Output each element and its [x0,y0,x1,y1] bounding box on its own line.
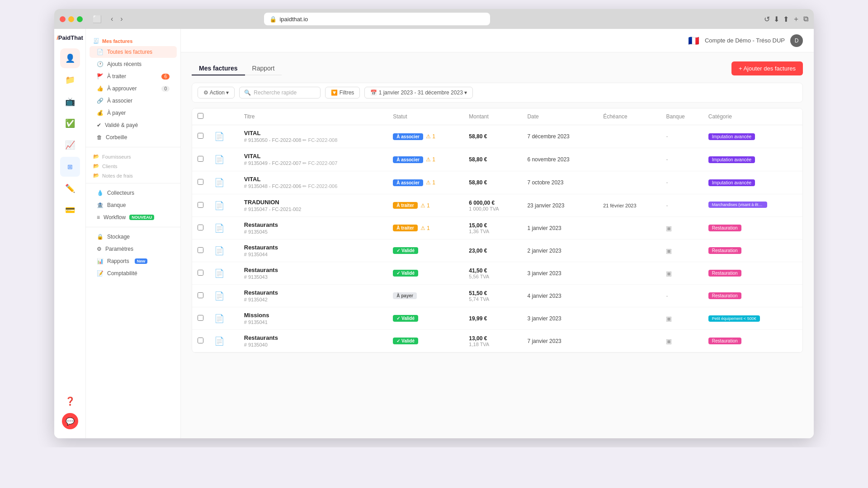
sidebar-item-accounting[interactable]: 📝 Comptabilité [90,267,177,279]
icon-sidebar: iPaidThat 👤 📁 📺 ✅ 📈 ⊞ ✏️ 💳 ❓ 💬 [54,29,86,438]
bank-reconciled-icon: ▣ [666,247,672,254]
address-bar[interactable]: 🔒 ipaidthat.io [264,13,490,25]
row-checkbox[interactable] [198,247,203,253]
sidebar-item-to-pay[interactable]: 💰 À payer [90,107,177,119]
document-icon: 📄 [214,337,224,346]
share-btn[interactable]: ⬆ [783,14,789,24]
sidebar-item-reports[interactable]: 📊 Rapports New [90,255,177,267]
invoice-echeance: 21 février 2023 [598,194,660,217]
document-icon: 📄 [214,291,224,300]
document-icon: 📄 [214,314,224,323]
sidebar-item-validated[interactable]: ✔ Validé & payé [90,119,177,131]
row-checkbox[interactable] [198,338,203,343]
filter-button[interactable]: 🔽 Filtres [325,87,360,99]
sidebar-icon-chart[interactable]: 📈 [60,135,80,155]
lock-icon: 🔒 [269,16,277,23]
sidebar-item-collectors[interactable]: 💧 Collecteurs [90,187,177,199]
invoice-date: 2 janvier 2023 [522,239,598,262]
status-cell: À traiter⚠ 1 [393,225,458,231]
download-btn[interactable]: ⬇ [774,14,779,24]
accounting-icon: 📝 [97,270,104,277]
row-checkbox[interactable] [198,156,203,162]
col-status: Statut [387,108,463,125]
table-row[interactable]: 📄Missions# 9135041✓ Validé19,99 €3 janvi… [192,307,802,330]
row-checkbox[interactable] [198,292,203,298]
invoice-date: 7 janvier 2023 [522,330,598,352]
sidebar-item-recent[interactable]: 🕐 Ajouts récents [90,58,177,70]
date-picker-button[interactable]: 📅 1 janvier 2023 - 31 décembre 2023 ▾ [364,87,473,99]
minimize-dot[interactable] [68,16,74,22]
sidebar-item-workflow[interactable]: ≡ Workflow NOUVEAU [90,211,177,223]
language-flag[interactable]: 🇫🇷 [688,35,699,46]
table-row[interactable]: 📄VITAL# 9135048 - FC-2022-006 ✏ FC-2022-… [192,171,802,194]
row-checkbox[interactable] [198,270,203,276]
table-row[interactable]: 📄Restaurants# 9135043✓ Validé41,50 €5,56… [192,262,802,285]
page-tabs: Mes factures Rapport [192,62,282,75]
status-badge: ✓ Validé [393,315,418,322]
row-checkbox[interactable] [198,225,203,230]
sidebar-icon-card[interactable]: 💳 [60,200,80,220]
action-button[interactable]: ⚙ Action ▾ [198,87,235,99]
invoice-bank: - [660,125,703,148]
duplicate-btn[interactable]: ⧉ [803,14,808,24]
maximize-dot[interactable] [77,16,83,22]
close-dot[interactable] [60,16,66,22]
select-all-checkbox[interactable] [198,113,203,119]
workflow-new-badge: NOUVEAU [129,215,154,220]
status-badge: À associer [393,156,423,163]
row-checkbox[interactable] [198,315,203,321]
sidebar-item-to-associate[interactable]: 🔗 À associer [90,95,177,107]
new-tab-btn[interactable]: ＋ [793,14,800,24]
invoice-bank: - [660,148,703,171]
sidebar-icon-user[interactable]: 👤 [60,48,80,68]
row-checkbox[interactable] [198,133,203,139]
add-invoice-button[interactable]: + Ajouter des factures [731,61,803,75]
table-row[interactable]: 📄TRADUNION# 9135047 - FC-2021-002À trait… [192,194,802,217]
nav-divider-3 [86,227,180,227]
invoice-bank: - [660,285,703,307]
nav-section-invoices: 🧾 Mes factures [86,34,180,46]
app-logo: iPaidThat [57,34,83,41]
forward-btn[interactable]: › [118,14,125,24]
alert-icon: ⚠ 1 [426,156,435,163]
sidebar-icon-folder[interactable]: 📁 [60,70,80,90]
sidebar-item-storage[interactable]: 🔒 Stockage [90,231,177,243]
nav-divider-1 [86,147,180,147]
sidebar-item-to-approve[interactable]: 👍 À approuver 0 [90,83,177,94]
document-icon: 📄 [214,132,224,141]
document-icon: 📄 [214,269,224,278]
search-box[interactable]: 🔍 Recherche rapide [239,87,321,99]
invoice-amount: 41,50 € [469,267,516,274]
invoice-bank: ▣ [660,330,703,352]
status-cell: À payer [393,292,458,299]
table-row[interactable]: 📄VITAL# 9135050 - FC-2022-008 ✏ FC-2022-… [192,125,802,148]
sidebar-icon-tv[interactable]: 📺 [60,92,80,112]
sidebar-item-to-process[interactable]: 🚩 À traiter 6 [90,70,177,82]
sidebar-icon-edit[interactable]: ✏️ [60,178,80,198]
table-row[interactable]: 📄Restaurants# 9135045À traiter⚠ 115,00 €… [192,217,802,239]
sidebar-item-all-invoices[interactable]: 📄 Toutes les factures [90,46,177,58]
account-avatar[interactable]: D [790,34,803,47]
tab-invoices[interactable]: Mes factures [192,62,245,75]
sidebar-toggle-btn[interactable]: ⬜ [90,14,104,24]
sidebar-item-bank[interactable]: 🏦 Banque [90,199,177,211]
tab-report[interactable]: Rapport [245,62,282,75]
sidebar-item-settings[interactable]: ⚙ Paramètres [90,243,177,255]
table-row[interactable]: 📄Restaurants# 9135042À payer51,50 €5,74 … [192,285,802,307]
table-row[interactable]: 📄Restaurants# 9135040✓ Validé13,00 €1,18… [192,330,802,352]
sidebar-item-trash[interactable]: 🗑 Corbeille [90,131,177,143]
invoice-date: 6 novembre 2023 [522,148,598,171]
receipt-icon: 🧾 [93,38,99,44]
sidebar-icon-grid[interactable]: ⊞ [60,157,80,177]
chat-button[interactable]: 💬 [62,413,78,429]
sidebar-icon-help[interactable]: ❓ [60,391,80,411]
table-row[interactable]: 📄VITAL# 9135049 - FC-2022-007 ✏ FC-2022-… [192,148,802,171]
reload-btn[interactable]: ↺ [764,14,770,24]
status-cell: ✓ Validé [393,315,458,322]
status-badge: À associer [393,133,423,140]
row-checkbox[interactable] [198,179,203,185]
row-checkbox[interactable] [198,202,203,208]
sidebar-icon-check[interactable]: ✅ [60,113,80,133]
back-btn[interactable]: ‹ [108,14,116,24]
table-row[interactable]: 📄Restaurants# 9135044✓ Validé23,00 €2 ja… [192,239,802,262]
